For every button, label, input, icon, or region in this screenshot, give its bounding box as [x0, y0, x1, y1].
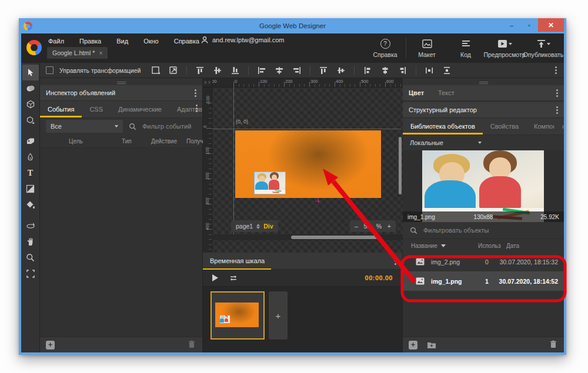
delete-asset-button[interactable]	[550, 340, 557, 348]
column-used[interactable]: Использ	[478, 243, 501, 249]
structure-editor-header[interactable]: Структурный редактор	[403, 102, 564, 118]
add-folder-button[interactable]	[427, 341, 436, 349]
tabs-menu-icon[interactable]	[196, 107, 198, 109]
close-button[interactable]: ✕	[538, 18, 564, 32]
library-tabs-menu-icon[interactable]	[557, 125, 559, 126]
panel-grip[interactable]	[40, 78, 202, 85]
tab-responsive[interactable]: Адаптив	[169, 101, 202, 117]
timeline-menu-icon[interactable]	[395, 260, 396, 262]
space-horizontal-icon[interactable]	[422, 65, 436, 76]
objects-search[interactable]	[403, 222, 564, 239]
preview-button[interactable]: Предпросмотр	[485, 35, 524, 62]
distribute-center-icon[interactable]	[378, 65, 392, 76]
color-panel-menu-icon[interactable]	[556, 92, 558, 94]
3d-object-translate-tool[interactable]	[22, 112, 39, 128]
play-button[interactable]	[212, 274, 218, 281]
asset-row-img1[interactable]: img_1.png 1 30.07.2020, 18:14:52	[403, 271, 564, 291]
distribute-right-icon[interactable]	[396, 65, 410, 76]
document-tab[interactable]: Google L.html * ×	[47, 47, 108, 59]
page-thumbnail[interactable]	[211, 291, 265, 340]
maximize-button[interactable]: ▫	[520, 18, 538, 32]
zoom-out-button[interactable]: –	[355, 223, 358, 230]
minimize-button[interactable]: –	[503, 18, 520, 32]
add-asset-button[interactable]: +	[409, 341, 417, 350]
help-button[interactable]: ? Справка	[366, 35, 405, 62]
fullscreen-tool[interactable]	[22, 266, 39, 281]
tab-text[interactable]: Текст	[438, 89, 455, 96]
library-scope-select[interactable]: Локальные	[410, 136, 486, 149]
zoom-control: – 50 % +	[350, 220, 396, 232]
events-search[interactable]	[129, 122, 196, 130]
3d-object-rotate-tool[interactable]	[22, 96, 39, 112]
gradient-tool[interactable]	[22, 181, 39, 197]
zoom-tool[interactable]	[22, 250, 39, 266]
events-filter-select[interactable]: Все	[46, 120, 123, 133]
menu-file[interactable]: Файл	[47, 36, 65, 46]
column-date[interactable]: Дата	[506, 243, 519, 249]
tab-dynamic[interactable]: Динамические	[111, 101, 169, 117]
breadcrumb-element[interactable]: Div	[263, 223, 273, 230]
tab-close-icon[interactable]: ×	[99, 50, 102, 56]
publish-dropdown-caret[interactable]	[547, 43, 550, 45]
tab-object-library[interactable]: Библиотека объектов	[403, 118, 483, 135]
resize-tool-icon[interactable]	[166, 65, 181, 76]
space-vertical-icon[interactable]	[440, 65, 454, 76]
align-text-top-icon[interactable]	[193, 65, 207, 76]
tab-color[interactable]: Цвет	[409, 89, 424, 96]
align-text-bottom-icon[interactable]	[228, 65, 242, 76]
tag-tool[interactable]	[22, 133, 39, 149]
layout-button[interactable]: Макет	[407, 35, 446, 62]
add-event-button[interactable]: +	[46, 341, 55, 350]
asset-preview[interactable]: img_1.png 130x88 25.92K	[403, 150, 564, 222]
distribute-left-icon[interactable]	[360, 65, 375, 76]
structure-editor-menu-icon[interactable]	[556, 109, 558, 111]
add-page-button[interactable]: +	[269, 291, 288, 340]
tab-components[interactable]: Компоненты	[526, 118, 564, 135]
hand-tool[interactable]	[22, 234, 39, 250]
column-name[interactable]: Название	[411, 243, 446, 249]
publish-button[interactable]: Опубликовать	[524, 35, 563, 62]
menu-window[interactable]: Окно	[142, 36, 160, 46]
panel-grip[interactable]	[403, 78, 564, 85]
align-text-middle-icon[interactable]	[211, 65, 225, 76]
code-button[interactable]: Код	[446, 35, 485, 62]
align-top-icon[interactable]	[316, 65, 330, 76]
horizontal-scrollbar[interactable]	[291, 236, 379, 239]
shape-tool[interactable]	[22, 80, 39, 96]
asset-row-img2[interactable]: img_2.png 0 30.07.2020, 18:15:32	[403, 252, 564, 271]
menu-view[interactable]: Вид	[115, 36, 129, 46]
align-middle-icon[interactable]	[334, 65, 348, 76]
page-stepper-icon[interactable]	[256, 224, 260, 229]
transform-checkbox[interactable]	[46, 66, 54, 74]
loop-button[interactable]	[229, 274, 238, 282]
zoom-in-button[interactable]: +	[387, 223, 391, 230]
selection-tool[interactable]	[22, 65, 39, 80]
zoom-value[interactable]: 50	[364, 223, 371, 230]
events-search-input[interactable]	[141, 122, 196, 130]
menu-help[interactable]: Справка	[173, 36, 201, 46]
paint-bucket-tool[interactable]	[22, 197, 39, 213]
align-right-icon[interactable]	[290, 65, 304, 76]
vertical-scrollbar[interactable]	[399, 137, 402, 194]
stage-canvas[interactable]: 00 0 100 200 300 400 500 600 -100 0 100 …	[203, 78, 403, 253]
align-left-icon[interactable]	[255, 65, 269, 76]
right-panel: Цвет Текст Структурный редактор Библиоте…	[403, 78, 564, 352]
objects-search-input[interactable]	[422, 226, 507, 234]
account-menu[interactable]: and.rew.lptw@gmail.com	[201, 36, 284, 44]
ad-inspector-menu-icon[interactable]	[195, 92, 196, 94]
toolbar-menu-icon[interactable]	[555, 69, 557, 71]
delete-event-button[interactable]	[188, 340, 195, 348]
placed-image-element[interactable]	[254, 172, 286, 194]
preview-dropdown-caret[interactable]	[509, 43, 512, 45]
element-breadcrumb[interactable]: page1 Div	[231, 220, 278, 232]
text-tool[interactable]: T	[22, 165, 39, 181]
3d-stage-rotate-tool[interactable]	[22, 218, 39, 234]
align-center-horizontal-icon[interactable]	[272, 65, 286, 76]
tab-properties[interactable]: Свойства	[483, 118, 526, 135]
tab-css[interactable]: CSS	[82, 101, 111, 117]
breadcrumb-page[interactable]: page1	[236, 223, 253, 230]
tab-events[interactable]: События	[40, 101, 82, 117]
constrain-tool-icon[interactable]	[149, 65, 163, 76]
pen-tool[interactable]	[22, 149, 39, 165]
menu-edit[interactable]: Правка	[78, 36, 102, 46]
